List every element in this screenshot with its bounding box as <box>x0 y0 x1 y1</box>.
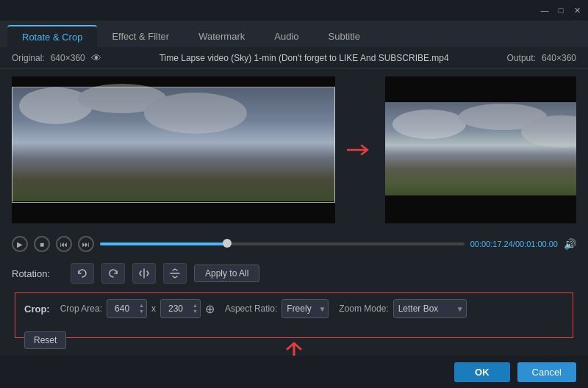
rotate-right-icon <box>107 267 119 279</box>
flip-horizontal-button[interactable] <box>132 263 156 284</box>
crop-label: Crop: <box>24 303 50 315</box>
cancel-button[interactable]: Cancel <box>517 362 576 382</box>
apply-all-button[interactable]: Apply to All <box>194 265 259 282</box>
tab-effect-filter[interactable]: Effect & Filter <box>97 25 184 47</box>
title-bar: — □ ✕ <box>0 0 588 21</box>
rotation-label: Rotation: <box>12 268 63 279</box>
right-arrow-icon <box>347 143 373 157</box>
close-button[interactable]: ✕ <box>572 5 582 15</box>
filename: Time Lapse video (Sky) 1-min (Don't forg… <box>159 53 449 63</box>
rotation-section: Rotation: Apply to All <box>0 257 588 290</box>
x-separator: x <box>151 303 156 314</box>
arrow-divider <box>347 143 373 157</box>
tab-subtitle[interactable]: Subtitle <box>314 25 375 47</box>
height-spin-up[interactable]: ▲ <box>193 303 198 309</box>
reset-button[interactable]: Reset <box>24 331 66 349</box>
left-preview <box>12 76 335 223</box>
original-label: Original: <box>12 53 45 63</box>
right-video-frame <box>385 102 576 198</box>
crop-width-field[interactable] <box>107 303 137 314</box>
flip-vertical-icon <box>169 267 181 279</box>
left-video-frame <box>12 76 335 223</box>
crop-width-spin: ▲ ▼ <box>137 303 146 315</box>
playback-bar: ▶ ■ ⏮ ⏭ 00:00:17.24/00:01:00.00 🔊 <box>0 231 588 257</box>
minimize-button[interactable]: — <box>539 5 550 15</box>
tab-bar: Rotate & Crop Effect & Filter Watermark … <box>0 21 588 47</box>
output-label: Output: <box>507 53 536 63</box>
aspect-label: Aspect Ratio: <box>225 303 277 314</box>
play-button[interactable]: ▶ <box>12 236 28 252</box>
crop-height-input[interactable]: ▲ ▼ <box>160 299 201 318</box>
zoom-select-wrapper: Letter Box Pan & Scan Full ▼ <box>393 299 467 318</box>
progress-fill <box>100 242 227 245</box>
progress-thumb[interactable] <box>223 239 232 248</box>
crop-container: Crop: Crop Area: ▲ ▼ x ▲ ▼ <box>0 290 588 341</box>
prev-button[interactable]: ⏮ <box>56 236 72 252</box>
aspect-ratio-group: Aspect Ratio: Freely 16:9 4:3 1:1 ▼ <box>225 299 329 318</box>
width-spin-up[interactable]: ▲ <box>139 303 144 309</box>
tab-rotate-crop[interactable]: Rotate & Crop <box>7 25 97 47</box>
width-spin-down[interactable]: ▼ <box>139 309 144 315</box>
crop-second-row: Reset <box>24 328 66 349</box>
aspect-select[interactable]: Freely 16:9 4:3 1:1 <box>282 299 329 318</box>
crop-area-label: Crop Area: <box>60 303 102 314</box>
bottom-bar: OK Cancel <box>0 356 588 388</box>
ok-button[interactable]: OK <box>454 362 510 382</box>
crop-overlay <box>12 87 335 203</box>
original-size: 640×360 <box>51 53 85 63</box>
video-area <box>0 69 588 231</box>
rotate-left-button[interactable] <box>71 263 94 284</box>
flip-horizontal-icon <box>138 267 150 279</box>
aspect-select-wrapper: Freely 16:9 4:3 1:1 ▼ <box>282 299 329 318</box>
zoom-mode-group: Zoom Mode: Letter Box Pan & Scan Full ▼ <box>339 299 466 318</box>
right-preview <box>385 76 576 223</box>
move-icon[interactable]: ⊕ <box>205 302 215 316</box>
black-bar-bottom <box>385 195 576 223</box>
black-bar-top <box>385 76 576 104</box>
progress-bar[interactable] <box>100 242 465 245</box>
crop-height-field[interactable] <box>161 303 190 314</box>
crop-height-spin: ▲ ▼ <box>190 303 200 315</box>
output-size: 640×360 <box>542 53 576 63</box>
crop-width-input[interactable]: ▲ ▼ <box>107 299 147 318</box>
black-bottom <box>12 201 335 223</box>
crop-area-group: Crop Area: ▲ ▼ x ▲ ▼ ⊕ <box>60 299 215 318</box>
cloud-overlay-right <box>385 102 576 198</box>
flip-vertical-button[interactable] <box>163 263 187 284</box>
crop-section: Crop: Crop Area: ▲ ▼ x ▲ ▼ <box>15 292 573 338</box>
stop-button[interactable]: ■ <box>34 236 50 252</box>
tab-audio[interactable]: Audio <box>259 25 313 47</box>
rotate-right-button[interactable] <box>101 263 125 284</box>
time-display: 00:00:17.24/00:01:00.00 <box>470 240 558 248</box>
crop-row: Crop: Crop Area: ▲ ▼ x ▲ ▼ <box>24 299 564 318</box>
eye-icon[interactable]: 👁 <box>91 52 101 64</box>
tab-watermark[interactable]: Watermark <box>184 25 259 47</box>
svg-point-3 <box>392 109 466 139</box>
maximize-button[interactable]: □ <box>556 5 566 15</box>
rotate-left-icon <box>76 267 88 279</box>
height-spin-down[interactable]: ▼ <box>193 309 198 315</box>
info-bar: Original: 640×360 👁 Time Lapse video (Sk… <box>0 47 588 69</box>
zoom-select[interactable]: Letter Box Pan & Scan Full <box>393 299 467 318</box>
zoom-label: Zoom Mode: <box>339 303 388 314</box>
next-button[interactable]: ⏭ <box>78 236 94 252</box>
volume-icon[interactable]: 🔊 <box>564 238 576 250</box>
